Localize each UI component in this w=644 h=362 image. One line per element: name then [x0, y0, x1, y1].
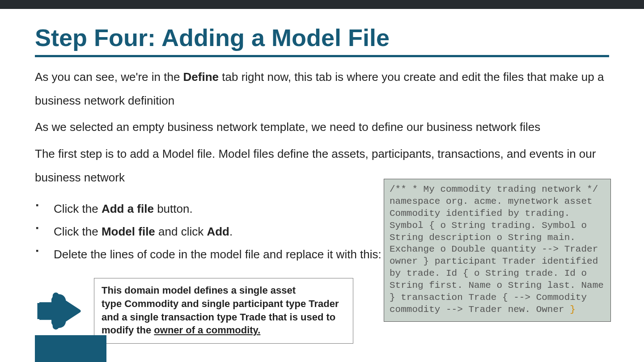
- callout-box: This domain model defines a single asset…: [94, 278, 353, 344]
- callout-line-3: owner of a commodity.: [154, 324, 260, 336]
- callout-line-1: This domain model defines a single asset: [102, 285, 296, 296]
- top-bar: [0, 0, 644, 9]
- bullet-1-post: button.: [154, 202, 193, 215]
- page-title: Step Four: Adding a Model File: [35, 25, 609, 51]
- pointing-hand-icon: [35, 291, 84, 331]
- slide: Step Four: Adding a Model File As you ca…: [0, 0, 644, 362]
- paragraph-1-pre: As you can see, we're in the: [35, 70, 183, 84]
- paragraph-2: As we selected an empty business network…: [35, 115, 609, 139]
- title-rule: [35, 55, 609, 57]
- bullet-1: Click the Add a file button.: [35, 198, 402, 220]
- code-text: /** * My commodity trading network */ na…: [390, 184, 604, 315]
- bullet-3: Delete the lines of code in the model fi…: [35, 243, 402, 266]
- bullet-1-bold: Add a file: [102, 202, 154, 215]
- bullet-2-pre: Click the: [54, 225, 102, 238]
- bullet-2-bold1: Model file: [102, 225, 155, 238]
- bullet-2-post: .: [229, 225, 233, 238]
- code-closing-brace: }: [570, 304, 576, 315]
- bullet-2: Click the Model file and click Add.: [35, 220, 402, 243]
- paragraph-1: As you can see, we're in the Define tab …: [35, 65, 609, 113]
- bullet-2-mid: and click: [155, 225, 207, 238]
- bullet-2-bold2: Add: [207, 225, 229, 238]
- bullet-1-pre: Click the: [54, 202, 102, 215]
- footer-block: [35, 335, 106, 362]
- code-box: /** * My commodity trading network */ na…: [384, 179, 611, 322]
- paragraph-1-bold: Define: [183, 70, 219, 84]
